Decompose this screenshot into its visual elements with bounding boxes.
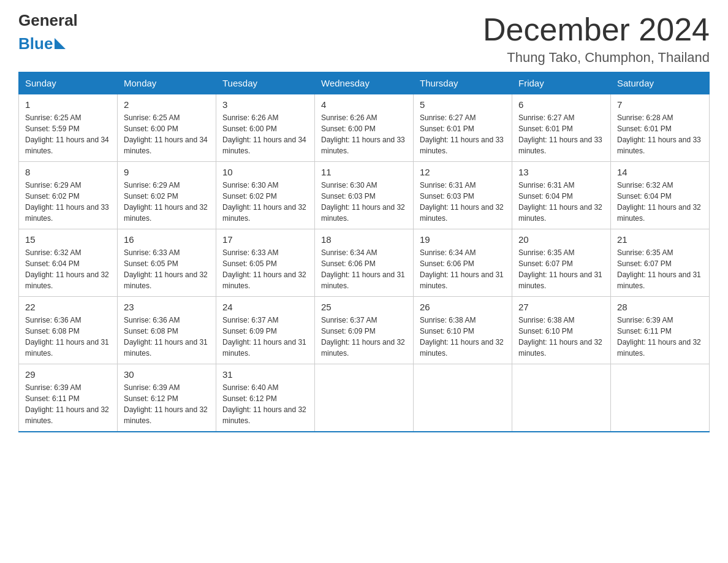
calendar-cell: 28 Sunrise: 6:39 AMSunset: 6:11 PMDaylig… <box>611 297 710 364</box>
day-number: 24 <box>222 302 308 312</box>
calendar-table: SundayMondayTuesdayWednesdayThursdayFrid… <box>18 72 710 432</box>
day-number: 29 <box>25 369 111 380</box>
calendar-cell: 22 Sunrise: 6:36 AMSunset: 6:08 PMDaylig… <box>19 297 118 364</box>
day-number: 28 <box>617 302 703 312</box>
calendar-cell: 3 Sunrise: 6:26 AMSunset: 6:00 PMDayligh… <box>216 94 315 162</box>
day-info: Sunrise: 6:34 AMSunset: 6:06 PMDaylight:… <box>321 248 405 290</box>
calendar-week-3: 15 Sunrise: 6:32 AMSunset: 6:04 PMDaylig… <box>19 229 710 297</box>
day-info: Sunrise: 6:27 AMSunset: 6:01 PMDaylight:… <box>420 113 504 155</box>
weekday-header-monday: Monday <box>118 72 216 94</box>
day-info: Sunrise: 6:35 AMSunset: 6:07 PMDaylight:… <box>518 248 602 290</box>
calendar-cell: 29 Sunrise: 6:39 AMSunset: 6:11 PMDaylig… <box>19 364 118 432</box>
day-number: 16 <box>124 234 210 245</box>
logo-blue: Blue <box>18 29 78 52</box>
calendar-cell: 19 Sunrise: 6:34 AMSunset: 6:06 PMDaylig… <box>414 229 512 297</box>
day-number: 12 <box>420 167 506 177</box>
calendar-week-1: 1 Sunrise: 6:25 AMSunset: 5:59 PMDayligh… <box>19 94 710 162</box>
day-info: Sunrise: 6:30 AMSunset: 6:02 PMDaylight:… <box>222 181 306 223</box>
day-number: 2 <box>124 99 210 110</box>
day-number: 27 <box>518 302 604 312</box>
weekday-header-tuesday: Tuesday <box>216 72 315 94</box>
day-info: Sunrise: 6:25 AMSunset: 6:00 PMDaylight:… <box>124 113 208 155</box>
weekday-header-wednesday: Wednesday <box>315 72 414 94</box>
location-label: Thung Tako, Chumphon, Thailand <box>483 50 710 66</box>
calendar-cell: 9 Sunrise: 6:29 AMSunset: 6:02 PMDayligh… <box>118 162 216 229</box>
logo-general: General <box>18 12 78 28</box>
weekday-header-thursday: Thursday <box>414 72 512 94</box>
day-number: 1 <box>25 99 111 110</box>
day-info: Sunrise: 6:29 AMSunset: 6:02 PMDaylight:… <box>25 181 109 223</box>
day-number: 14 <box>617 167 703 177</box>
day-info: Sunrise: 6:28 AMSunset: 6:01 PMDaylight:… <box>617 113 701 155</box>
day-number: 18 <box>321 234 407 245</box>
day-info: Sunrise: 6:39 AMSunset: 6:12 PMDaylight:… <box>124 383 208 425</box>
calendar-cell: 31 Sunrise: 6:40 AMSunset: 6:12 PMDaylig… <box>216 364 315 432</box>
calendar-cell <box>414 364 512 432</box>
day-number: 21 <box>617 234 703 245</box>
day-info: Sunrise: 6:38 AMSunset: 6:10 PMDaylight:… <box>420 316 504 358</box>
calendar-cell: 27 Sunrise: 6:38 AMSunset: 6:10 PMDaylig… <box>512 297 611 364</box>
day-info: Sunrise: 6:39 AMSunset: 6:11 PMDaylight:… <box>25 383 109 425</box>
day-info: Sunrise: 6:30 AMSunset: 6:03 PMDaylight:… <box>321 181 405 223</box>
day-number: 13 <box>518 167 604 177</box>
day-info: Sunrise: 6:40 AMSunset: 6:12 PMDaylight:… <box>222 383 306 425</box>
calendar-cell <box>315 364 414 432</box>
day-number: 30 <box>124 369 210 380</box>
day-info: Sunrise: 6:29 AMSunset: 6:02 PMDaylight:… <box>124 181 208 223</box>
day-number: 26 <box>420 302 506 312</box>
calendar-cell: 10 Sunrise: 6:30 AMSunset: 6:02 PMDaylig… <box>216 162 315 229</box>
calendar-cell: 7 Sunrise: 6:28 AMSunset: 6:01 PMDayligh… <box>611 94 710 162</box>
calendar-week-4: 22 Sunrise: 6:36 AMSunset: 6:08 PMDaylig… <box>19 297 710 364</box>
page-header: General Blue December 2024 Thung Tako, C… <box>18 12 710 66</box>
calendar-cell: 12 Sunrise: 6:31 AMSunset: 6:03 PMDaylig… <box>414 162 512 229</box>
day-info: Sunrise: 6:32 AMSunset: 6:04 PMDaylight:… <box>617 181 701 223</box>
day-number: 31 <box>222 369 308 380</box>
day-info: Sunrise: 6:39 AMSunset: 6:11 PMDaylight:… <box>617 316 701 358</box>
calendar-cell: 24 Sunrise: 6:37 AMSunset: 6:09 PMDaylig… <box>216 297 315 364</box>
day-number: 22 <box>25 302 111 312</box>
day-info: Sunrise: 6:26 AMSunset: 6:00 PMDaylight:… <box>222 113 306 155</box>
calendar-cell: 20 Sunrise: 6:35 AMSunset: 6:07 PMDaylig… <box>512 229 611 297</box>
calendar-cell: 2 Sunrise: 6:25 AMSunset: 6:00 PMDayligh… <box>118 94 216 162</box>
title-area: December 2024 Thung Tako, Chumphon, Thai… <box>483 12 710 66</box>
day-number: 17 <box>222 234 308 245</box>
day-number: 19 <box>420 234 506 245</box>
calendar-cell: 14 Sunrise: 6:32 AMSunset: 6:04 PMDaylig… <box>611 162 710 229</box>
day-info: Sunrise: 6:26 AMSunset: 6:00 PMDaylight:… <box>321 113 405 155</box>
calendar-cell: 26 Sunrise: 6:38 AMSunset: 6:10 PMDaylig… <box>414 297 512 364</box>
day-info: Sunrise: 6:31 AMSunset: 6:04 PMDaylight:… <box>518 181 602 223</box>
day-info: Sunrise: 6:32 AMSunset: 6:04 PMDaylight:… <box>25 248 109 290</box>
day-number: 5 <box>420 99 506 110</box>
day-number: 7 <box>617 99 703 110</box>
day-info: Sunrise: 6:25 AMSunset: 5:59 PMDaylight:… <box>25 113 109 155</box>
calendar-cell: 13 Sunrise: 6:31 AMSunset: 6:04 PMDaylig… <box>512 162 611 229</box>
logo: General Blue <box>18 12 78 52</box>
calendar-cell: 6 Sunrise: 6:27 AMSunset: 6:01 PMDayligh… <box>512 94 611 162</box>
day-info: Sunrise: 6:37 AMSunset: 6:09 PMDaylight:… <box>321 316 405 358</box>
calendar-cell: 4 Sunrise: 6:26 AMSunset: 6:00 PMDayligh… <box>315 94 414 162</box>
calendar-cell: 15 Sunrise: 6:32 AMSunset: 6:04 PMDaylig… <box>19 229 118 297</box>
calendar-cell: 18 Sunrise: 6:34 AMSunset: 6:06 PMDaylig… <box>315 229 414 297</box>
day-info: Sunrise: 6:35 AMSunset: 6:07 PMDaylight:… <box>617 248 701 290</box>
day-number: 8 <box>25 167 111 177</box>
weekday-header-sunday: Sunday <box>19 72 118 94</box>
calendar-cell: 25 Sunrise: 6:37 AMSunset: 6:09 PMDaylig… <box>315 297 414 364</box>
day-info: Sunrise: 6:36 AMSunset: 6:08 PMDaylight:… <box>25 316 109 358</box>
calendar-cell: 21 Sunrise: 6:35 AMSunset: 6:07 PMDaylig… <box>611 229 710 297</box>
day-number: 15 <box>25 234 111 245</box>
day-number: 9 <box>124 167 210 177</box>
calendar-cell: 5 Sunrise: 6:27 AMSunset: 6:01 PMDayligh… <box>414 94 512 162</box>
calendar-cell <box>512 364 611 432</box>
calendar-cell <box>611 364 710 432</box>
calendar-cell: 8 Sunrise: 6:29 AMSunset: 6:02 PMDayligh… <box>19 162 118 229</box>
calendar-cell: 11 Sunrise: 6:30 AMSunset: 6:03 PMDaylig… <box>315 162 414 229</box>
calendar-cell: 17 Sunrise: 6:33 AMSunset: 6:05 PMDaylig… <box>216 229 315 297</box>
day-info: Sunrise: 6:34 AMSunset: 6:06 PMDaylight:… <box>420 248 504 290</box>
day-info: Sunrise: 6:33 AMSunset: 6:05 PMDaylight:… <box>124 248 208 290</box>
logo-arrow-icon <box>55 38 66 49</box>
calendar-cell: 23 Sunrise: 6:36 AMSunset: 6:08 PMDaylig… <box>118 297 216 364</box>
day-number: 3 <box>222 99 308 110</box>
calendar-cell: 30 Sunrise: 6:39 AMSunset: 6:12 PMDaylig… <box>118 364 216 432</box>
calendar-cell: 1 Sunrise: 6:25 AMSunset: 5:59 PMDayligh… <box>19 94 118 162</box>
calendar-cell: 16 Sunrise: 6:33 AMSunset: 6:05 PMDaylig… <box>118 229 216 297</box>
